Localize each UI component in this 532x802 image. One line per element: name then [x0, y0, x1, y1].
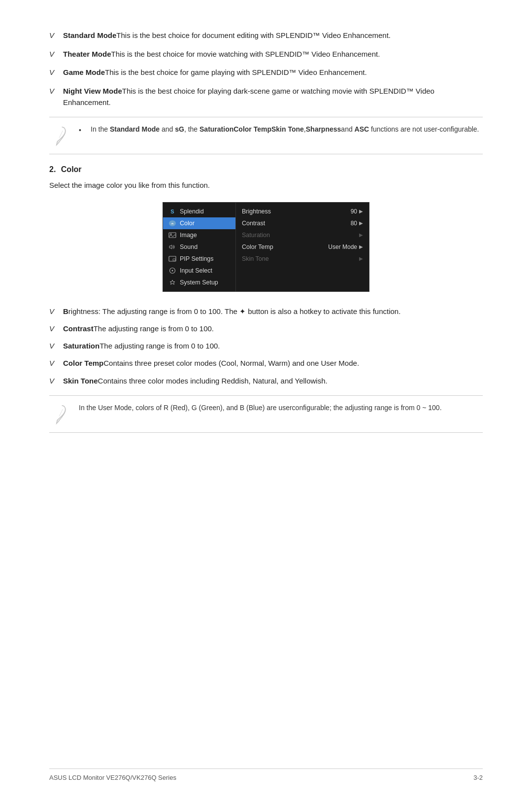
text-theater: This is the best choice for movie watchi… [111, 50, 380, 58]
bullet-item-game: V Game ModeThis is the best choice for g… [49, 67, 483, 78]
osd-sidebar: S Splendid Color Imag [163, 203, 236, 291]
svg-point-4 [170, 233, 172, 235]
sidebar-item-image[interactable]: Image [163, 229, 235, 241]
term-standard-mode: Standard Mode [63, 31, 116, 39]
bullet-text-game: Game ModeThis is the best choice for gam… [63, 67, 483, 78]
svg-rect-3 [169, 233, 176, 238]
osd-menu: S Splendid Color Imag [163, 202, 369, 292]
bullet-saturation: V SaturationThe adjusting range is from … [49, 340, 483, 351]
sidebar-item-splendid[interactable]: S Splendid [163, 206, 235, 217]
colortemp-arrow: ▶ [359, 244, 363, 249]
note-bullet-1: • In the Standard Mode and sG, the Satur… [79, 124, 483, 136]
note-icon-2 [49, 403, 71, 425]
sound-icon [168, 244, 177, 250]
bullet-skintone: V Skin ToneContains three color modes in… [49, 375, 483, 386]
note-text-2: In the User Mode, colors of R (Red), G (… [79, 404, 442, 412]
section-title: Color [61, 165, 82, 174]
input-icon [168, 267, 177, 274]
sidebar-item-color[interactable]: Color [163, 217, 235, 229]
image-icon [168, 232, 177, 239]
note-text-1: In the Standard Mode and sG, the Saturat… [91, 124, 479, 135]
bullet-text-standard: Standard ModeThis is the best choice for… [63, 30, 483, 41]
note-box-2: In the User Mode, colors of R (Red), G (… [49, 395, 483, 433]
osd-item-brightness[interactable]: Brightness 90 ▶ [236, 206, 369, 217]
section-2-heading: 2. Color [49, 165, 483, 174]
footer-left: ASUS LCD Monitor VE276Q/VK276Q Series [49, 774, 176, 781]
text-contrast: ContrastThe adjusting range is from 0 to… [63, 323, 214, 334]
brightness-arrow: ▶ [359, 209, 363, 214]
note-box-1: • In the Standard Mode and sG, the Satur… [49, 117, 483, 154]
footer: ASUS LCD Monitor VE276Q/VK276Q Series 3-… [49, 768, 483, 781]
term-brightness: B [63, 307, 68, 315]
section-description: Select the image color you like from thi… [49, 180, 483, 191]
sidebar-item-system[interactable]: System Setup [163, 277, 235, 288]
note-dot: • [79, 124, 87, 136]
osd-item-saturation: Saturation ▶ [236, 229, 369, 241]
sidebar-item-label-image: Image [180, 232, 197, 239]
contrast-label: Contrast [242, 220, 351, 227]
text-standard: This is the best choice for document edi… [116, 31, 391, 39]
contrast-arrow: ▶ [359, 220, 363, 226]
footer-right: 3-2 [473, 774, 483, 781]
term-theater-mode: Theater Mode [63, 50, 111, 58]
colortemp-value: User Mode [328, 244, 357, 250]
bullet-colortemp: V Color TempContains three preset color … [49, 357, 483, 369]
bullet-text-theater: Theater ModeThis is the best choice for … [63, 48, 483, 60]
saturation-label: Saturation [242, 232, 357, 239]
text-skintone: Skin ToneContains three color modes incl… [63, 375, 328, 386]
bullet-item-standard: V Standard ModeThis is the best choice f… [49, 30, 483, 41]
bullet-item-theater: V Theater ModeThis is the best choice fo… [49, 48, 483, 60]
sidebar-item-label-splendid: Splendid [180, 208, 204, 215]
text-saturation: SaturationThe adjusting range is from 0 … [63, 340, 220, 351]
term-game-mode: Game Mode [63, 68, 105, 76]
osd-item-colortemp[interactable]: Color Temp User Mode ▶ [236, 241, 369, 253]
colortemp-label: Color Temp [242, 244, 328, 250]
sidebar-item-pip[interactable]: PIP Settings [163, 253, 235, 265]
term-saturation: Saturation [63, 342, 100, 350]
term-contrast: Contrast [63, 324, 94, 333]
note-icon-1 [49, 124, 71, 147]
text-colortemp: Color TempContains three preset color mo… [63, 357, 359, 369]
brightness-label: Brightness [242, 208, 351, 215]
note-content-2: In the User Mode, colors of R (Red), G (… [79, 403, 483, 414]
top-bullet-section: V Standard ModeThis is the best choice f… [49, 30, 483, 108]
note-content-1: • In the Standard Mode and sG, the Satur… [79, 124, 483, 136]
text-brightness: Brightness: The adjusting range is from … [63, 306, 400, 317]
osd-item-contrast[interactable]: Contrast 80 ▶ [236, 217, 369, 229]
system-icon [168, 279, 177, 286]
sidebar-item-label-color: Color [180, 220, 195, 227]
bullet-v: V [49, 67, 63, 78]
sidebar-item-sound[interactable]: Sound [163, 241, 235, 253]
bullet-item-nightview: V Night View ModeThis is the best choice… [49, 85, 483, 108]
bullet-v: V [49, 340, 63, 351]
term-nightview-mode: Night View Mode [63, 87, 122, 95]
bullet-v: V [49, 30, 63, 41]
sidebar-item-label-system: System Setup [180, 279, 218, 286]
bullet-v: V [49, 85, 63, 97]
saturation-arrow: ▶ [359, 232, 363, 238]
sidebar-item-label-pip: PIP Settings [180, 255, 214, 262]
color-icon [168, 220, 177, 227]
sidebar-item-label-sound: Sound [180, 244, 198, 250]
pip-icon [168, 255, 177, 262]
body-bullets: V Brightness: The adjusting range is fro… [49, 306, 483, 386]
bullet-v: V [49, 375, 63, 386]
sidebar-item-input[interactable]: Input Select [163, 265, 235, 277]
brightness-value: 90 [351, 208, 357, 215]
skintone-label: Skin Tone [242, 255, 357, 262]
osd-main: Brightness 90 ▶ Contrast 80 ▶ Saturation… [236, 203, 369, 291]
bullet-v: V [49, 323, 63, 334]
section-number: 2. [49, 165, 56, 174]
term-rightness: rightness [68, 307, 99, 315]
svg-point-8 [172, 270, 173, 271]
term-colortemp: Color Temp [63, 359, 103, 367]
text-game: This is the best choice for game playing… [105, 68, 367, 76]
osd-item-skintone: Skin Tone ▶ [236, 253, 369, 265]
contrast-value: 80 [351, 220, 357, 227]
svg-rect-6 [173, 259, 175, 261]
bullet-v: V [49, 48, 63, 60]
bullet-brightness: V Brightness: The adjusting range is fro… [49, 306, 483, 317]
sidebar-item-label-input: Input Select [180, 267, 212, 274]
bullet-v: V [49, 357, 63, 369]
term-skintone: Skin Tone [63, 377, 98, 385]
